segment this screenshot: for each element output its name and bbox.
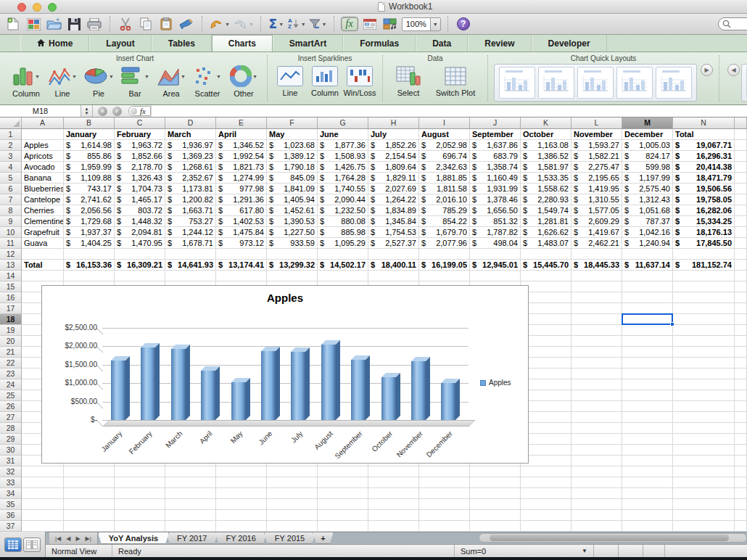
- name-box[interactable]: M18: [0, 105, 81, 117]
- row-header-24[interactable]: 24: [0, 379, 22, 390]
- cell-value[interactable]: Total: [22, 260, 64, 271]
- cell-value[interactable]: $16,199.05: [419, 260, 470, 271]
- cell-value[interactable]: $2,052.98: [419, 140, 470, 151]
- cell-value[interactable]: [64, 271, 115, 281]
- row-header-19[interactable]: 19: [0, 325, 22, 336]
- next-sheet-icon[interactable]: ▶: [75, 535, 80, 542]
- cell-value[interactable]: [368, 499, 419, 510]
- cell-value[interactable]: [673, 249, 735, 260]
- cell-value[interactable]: [22, 521, 64, 532]
- horizontal-scrollbar[interactable]: [479, 533, 747, 543]
- cell-value[interactable]: $1,679.70: [419, 227, 470, 238]
- cell-value[interactable]: [64, 499, 115, 510]
- quick-layout-thumbnail-5[interactable]: [656, 67, 692, 99]
- cell-value[interactable]: [673, 401, 735, 412]
- spreadsheet-grid[interactable]: ABCDEFGHIJKLMN 1JanuaryFebruaryMarchApri…: [0, 118, 747, 532]
- cell-value[interactable]: [673, 292, 735, 303]
- format-painter-button[interactable]: [178, 15, 195, 33]
- row-header-6[interactable]: 6: [0, 184, 22, 194]
- cell-value[interactable]: [673, 510, 735, 521]
- cell-value[interactable]: [115, 466, 165, 477]
- cell-value[interactable]: $696.74: [419, 151, 470, 162]
- cell-value[interactable]: [165, 477, 216, 488]
- cell-value[interactable]: [165, 510, 216, 521]
- minimize-window-button[interactable]: [33, 3, 41, 12]
- cell-value[interactable]: $1,268.61: [165, 162, 216, 173]
- cell-value[interactable]: [622, 249, 673, 260]
- cell-value[interactable]: [470, 499, 521, 510]
- tab-smartart[interactable]: SmartArt: [273, 35, 343, 52]
- cell-value[interactable]: $1,232.50: [318, 205, 368, 216]
- cell-value[interactable]: $1,852.26: [368, 140, 419, 151]
- cell-value[interactable]: [571, 488, 622, 499]
- cell-value[interactable]: $1,310.55: [571, 194, 622, 205]
- search-field[interactable]: [718, 17, 747, 30]
- row-header-23[interactable]: 23: [0, 368, 22, 379]
- quick-layout-thumbnail-2[interactable]: [538, 67, 574, 99]
- cell-value[interactable]: $1,754.53: [368, 227, 419, 238]
- row-header-10[interactable]: 10: [0, 227, 22, 238]
- cell-value[interactable]: $16,282.06: [673, 205, 735, 216]
- insert-function-button[interactable]: fx: [128, 106, 151, 116]
- cell-value[interactable]: August: [419, 129, 470, 140]
- cell-value[interactable]: [216, 249, 267, 260]
- cell-value[interactable]: $16,153.36: [64, 260, 115, 271]
- cell-value[interactable]: [622, 456, 673, 466]
- cell-value[interactable]: Apples: [22, 140, 64, 151]
- cell-value[interactable]: [22, 510, 64, 521]
- cell-value[interactable]: [622, 510, 673, 521]
- cell-value[interactable]: [622, 466, 673, 477]
- cell-value[interactable]: [673, 466, 735, 477]
- cell-value[interactable]: $1,173.81: [165, 184, 216, 194]
- cell-value[interactable]: $2,280.93: [521, 194, 571, 205]
- zoom-dropdown[interactable]: 100%▼: [402, 17, 441, 31]
- cell-value[interactable]: [571, 292, 622, 303]
- cell-value[interactable]: [571, 379, 622, 390]
- cell-value[interactable]: January: [64, 129, 115, 140]
- cell-value[interactable]: [267, 249, 318, 260]
- cell-value[interactable]: $2,094.81: [115, 227, 165, 238]
- cell-value[interactable]: $1,959.99: [64, 162, 115, 173]
- cell-value[interactable]: [368, 271, 419, 281]
- cell-value[interactable]: $617.80: [216, 205, 267, 216]
- sort-button[interactable]: AZ▼: [288, 15, 306, 33]
- cell-value[interactable]: Total: [673, 129, 735, 140]
- tab-home[interactable]: Home: [20, 35, 89, 52]
- column-header-D[interactable]: D: [165, 118, 216, 129]
- row-header-5[interactable]: 5: [0, 173, 22, 184]
- cell-value[interactable]: [64, 249, 115, 260]
- cell-value[interactable]: Banana: [22, 173, 64, 184]
- cell-value[interactable]: $1,937.37: [64, 227, 115, 238]
- cell-value[interactable]: [673, 499, 735, 510]
- cell-value[interactable]: $1,345.84: [368, 216, 419, 227]
- cell-value[interactable]: Avocado: [22, 162, 64, 173]
- cell-value[interactable]: [622, 390, 673, 401]
- last-sheet-icon[interactable]: ▶|: [86, 535, 91, 542]
- cell-value[interactable]: [267, 488, 318, 499]
- row-header-4[interactable]: 4: [0, 162, 22, 173]
- cell-value[interactable]: $1,346.52: [216, 140, 267, 151]
- cell-value[interactable]: $1,740.55: [318, 184, 368, 194]
- cell-value[interactable]: [571, 401, 622, 412]
- row-header-27[interactable]: 27: [0, 412, 22, 423]
- cell-value[interactable]: $1,581.97: [521, 162, 571, 173]
- cell-value[interactable]: [165, 466, 216, 477]
- cell-value[interactable]: [622, 488, 673, 499]
- cell-value[interactable]: September: [470, 129, 521, 140]
- cell-value[interactable]: $2,342.63: [419, 162, 470, 173]
- page-layout-view-button[interactable]: [23, 538, 41, 552]
- tab-developer[interactable]: Developer: [532, 35, 607, 52]
- column-header-C[interactable]: C: [115, 118, 165, 129]
- cell-value[interactable]: $2,741.62: [64, 194, 115, 205]
- first-sheet-icon[interactable]: |◀: [55, 535, 61, 542]
- cell-value[interactable]: $1,852.66: [115, 151, 165, 162]
- cell-value[interactable]: $1,452.61: [267, 205, 318, 216]
- cell-value[interactable]: $1,533.35: [521, 173, 571, 184]
- cell-value[interactable]: $1,163.08: [521, 140, 571, 151]
- cell-value[interactable]: [571, 336, 622, 347]
- column-header-A[interactable]: A: [22, 118, 64, 129]
- cell-value[interactable]: [571, 499, 622, 510]
- row-header-30[interactable]: 30: [0, 445, 22, 456]
- column-header-F[interactable]: F: [267, 118, 318, 129]
- cell-value[interactable]: $1,834.89: [368, 205, 419, 216]
